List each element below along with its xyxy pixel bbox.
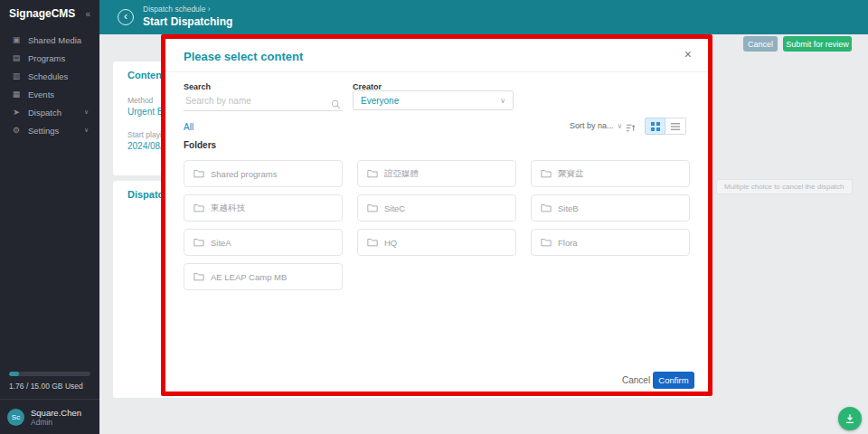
cancel-button[interactable]: Cancel xyxy=(743,36,778,52)
sidebar-collapse-icon[interactable]: « xyxy=(85,9,90,19)
folder-card[interactable]: Shared programs xyxy=(184,160,343,187)
sidebar-item-label: Schedules xyxy=(28,71,68,81)
sidebar-item-events[interactable]: ▦ Events xyxy=(0,85,99,103)
breadcrumb: Dispatch schedule › xyxy=(143,5,211,14)
schedules-icon: ▥ xyxy=(11,71,22,80)
chevron-down-icon: ∨ xyxy=(500,97,505,105)
events-icon: ▦ xyxy=(11,90,22,99)
creator-selected-value: Everyone xyxy=(361,96,399,106)
breadcrumb-separator: › xyxy=(208,5,211,14)
app-window: SignageCMS « ▣ Shared Media ▤ Programs ▥… xyxy=(0,0,868,434)
sidebar-item-label: Events xyxy=(28,90,54,99)
folder-card[interactable]: AE LEAP Camp MB xyxy=(184,263,343,290)
folder-icon xyxy=(193,238,204,247)
folder-name: 誼亞媒體 xyxy=(384,168,419,180)
back-button[interactable]: ‹ xyxy=(118,9,134,25)
folder-name: 聚寶盆 xyxy=(558,168,584,180)
multiple-choice-cancel-dispatch-button[interactable]: Multiple choice to cancel the dispatch xyxy=(716,179,853,194)
storage-text: 1.76 / 15.00 GB Used xyxy=(9,382,90,391)
view-toggle xyxy=(645,118,686,135)
folder-icon xyxy=(367,203,378,212)
folder-card[interactable]: 誼亞媒體 xyxy=(357,160,516,187)
folder-icon xyxy=(541,203,552,212)
folder-card[interactable]: Flora xyxy=(531,229,690,256)
folder-card[interactable]: 聚寶盆 xyxy=(531,160,690,187)
close-icon[interactable]: × xyxy=(684,47,692,61)
user-name: Square.Chen xyxy=(31,408,81,418)
sidebar: SignageCMS « ▣ Shared Media ▤ Programs ▥… xyxy=(0,0,99,434)
folder-card[interactable]: 東越科技 xyxy=(184,194,343,222)
modal-cancel-button[interactable]: Cancel xyxy=(622,375,650,385)
folder-name: Flora xyxy=(558,238,578,248)
folders-heading: Folders xyxy=(184,140,216,150)
sidebar-item-label: Programs xyxy=(28,53,65,63)
folder-name: SiteB xyxy=(558,203,579,213)
submit-for-review-button[interactable]: Submit for review xyxy=(783,36,852,52)
search-icon xyxy=(331,97,341,113)
media-icon: ▣ xyxy=(11,35,22,44)
folder-icon xyxy=(541,238,552,247)
sidebar-item-programs[interactable]: ▤ Programs xyxy=(0,49,99,67)
page-title: Start Dispatching xyxy=(143,15,232,28)
folder-name: AE LEAP Camp MB xyxy=(211,272,287,282)
method-label: Method xyxy=(127,96,153,105)
breadcrumb-item[interactable]: Dispatch schedule xyxy=(143,5,205,14)
filter-tab-all[interactable]: All xyxy=(184,122,193,132)
storage-progress-fill xyxy=(9,372,19,376)
folder-name: 東越科技 xyxy=(211,203,245,214)
sidebar-divider xyxy=(0,399,99,400)
folder-icon xyxy=(193,272,204,281)
sidebar-item-label: Settings xyxy=(28,126,59,136)
grid-view-button[interactable] xyxy=(645,118,665,135)
brand-logo: SignageCMS xyxy=(9,7,75,20)
download-icon xyxy=(844,413,855,424)
sidebar-item-settings[interactable]: ⚙ Settings ∨ xyxy=(0,121,99,139)
folder-name: HQ xyxy=(384,238,397,248)
modal-header-divider xyxy=(165,71,708,72)
chevron-down-icon: ∨ xyxy=(84,127,89,134)
sidebar-item-dispatch[interactable]: ➤ Dispatch ∨ xyxy=(0,103,99,121)
select-content-modal: Please select content × Search Creator E… xyxy=(161,34,712,396)
programs-icon: ▤ xyxy=(11,53,22,62)
settings-icon: ⚙ xyxy=(11,126,22,135)
dispatch-icon: ➤ xyxy=(11,108,22,117)
folder-name: SiteC xyxy=(384,203,405,213)
modal-title: Please select content xyxy=(184,50,303,63)
sort-ascending-icon[interactable] xyxy=(626,120,636,137)
storage-usage: 1.76 / 15.00 GB Used xyxy=(9,372,90,391)
avatar: Sc xyxy=(7,409,24,426)
user-role: Admin xyxy=(31,418,81,427)
creator-select[interactable]: Everyone ∨ xyxy=(353,90,514,110)
storage-progress-bar xyxy=(9,372,90,376)
modal-confirm-button[interactable]: Confirm xyxy=(653,372,694,389)
page-header: ‹ Dispatch schedule › Start Dispatching xyxy=(99,0,868,34)
sidebar-item-label: Shared Media xyxy=(28,35,81,45)
folder-icon xyxy=(541,169,552,178)
content-panel-title: Content xyxy=(127,70,165,80)
folder-icon xyxy=(193,203,204,212)
folder-card[interactable]: SiteB xyxy=(531,194,690,222)
search-field xyxy=(184,91,343,111)
sidebar-item-schedules[interactable]: ▥ Schedules xyxy=(0,67,99,85)
search-input[interactable] xyxy=(184,92,326,110)
folder-icon xyxy=(367,238,378,247)
download-fab[interactable] xyxy=(838,407,862,430)
chevron-down-icon: ∨ xyxy=(84,108,89,116)
list-view-button[interactable] xyxy=(665,118,686,135)
folder-name: SiteA xyxy=(211,238,231,248)
user-profile[interactable]: Sc Square.Chen Admin xyxy=(7,408,81,427)
sort-selected-value: Sort by na... xyxy=(570,121,614,130)
folder-icon xyxy=(367,169,378,178)
search-label: Search xyxy=(184,82,211,91)
folder-card[interactable]: HQ xyxy=(357,229,516,256)
folder-icon xyxy=(193,169,204,178)
folder-card[interactable]: SiteC xyxy=(357,194,516,222)
sort-select[interactable]: Sort by na... ∨ xyxy=(570,121,622,130)
sidebar-menu: ▣ Shared Media ▤ Programs ▥ Schedules ▦ … xyxy=(0,31,99,139)
folder-card[interactable]: SiteA xyxy=(184,229,343,256)
chevron-down-icon: ∨ xyxy=(618,122,623,130)
sidebar-item-shared-media[interactable]: ▣ Shared Media xyxy=(0,31,99,49)
sidebar-item-label: Dispatch xyxy=(28,108,61,118)
folder-name: Shared programs xyxy=(211,169,277,179)
